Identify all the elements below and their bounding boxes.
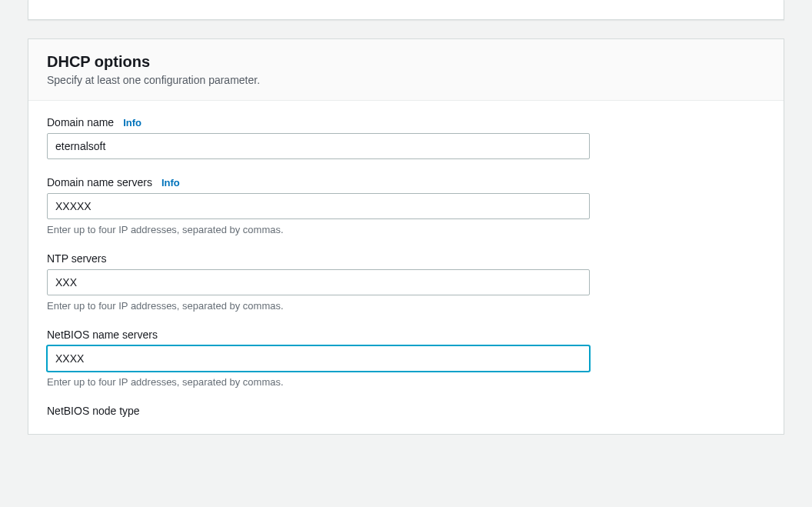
panel-title: DHCP options <box>47 53 765 71</box>
info-link-domain-name-servers[interactable]: Info <box>161 177 180 188</box>
panel-header: DHCP options Specify at least one config… <box>28 39 784 101</box>
field-label-netbios-name-servers: NetBIOS name servers <box>47 329 765 341</box>
field-label-domain-name-servers: Domain name servers Info <box>47 176 765 188</box>
input-domain-name[interactable] <box>47 133 590 159</box>
hint-netbios-name-servers: Enter up to four IP addresses, separated… <box>47 376 765 388</box>
hint-ntp-servers: Enter up to four IP addresses, separated… <box>47 300 765 312</box>
hint-domain-name-servers: Enter up to four IP addresses, separated… <box>47 224 765 235</box>
input-ntp-servers[interactable] <box>47 269 590 295</box>
label-text-domain-name-servers: Domain name servers <box>47 176 152 188</box>
field-label-ntp-servers: NTP servers <box>47 252 765 265</box>
dhcp-options-panel: DHCP options Specify at least one config… <box>28 38 784 435</box>
label-text-ntp-servers: NTP servers <box>47 252 107 265</box>
field-netbios-node-type: NetBIOS node type <box>47 405 765 417</box>
field-label-domain-name: Domain name Info <box>47 116 765 128</box>
previous-panel-stub <box>28 0 784 20</box>
input-netbios-name-servers[interactable] <box>47 345 590 372</box>
field-ntp-servers: NTP servers Enter up to four IP addresse… <box>47 252 765 312</box>
label-text-netbios-name-servers: NetBIOS name servers <box>47 329 158 341</box>
field-label-netbios-node-type: NetBIOS node type <box>47 405 765 417</box>
field-domain-name: Domain name Info <box>47 116 765 159</box>
panel-body: Domain name Info Domain name servers Inf… <box>28 101 784 417</box>
label-text-domain-name: Domain name <box>47 116 114 128</box>
field-netbios-name-servers: NetBIOS name servers Enter up to four IP… <box>47 329 765 388</box>
info-link-domain-name[interactable]: Info <box>123 117 141 128</box>
label-text-netbios-node-type: NetBIOS node type <box>47 405 140 417</box>
panel-subtitle: Specify at least one configuration param… <box>47 74 765 86</box>
input-domain-name-servers[interactable] <box>47 193 590 219</box>
field-domain-name-servers: Domain name servers Info Enter up to fou… <box>47 176 765 235</box>
